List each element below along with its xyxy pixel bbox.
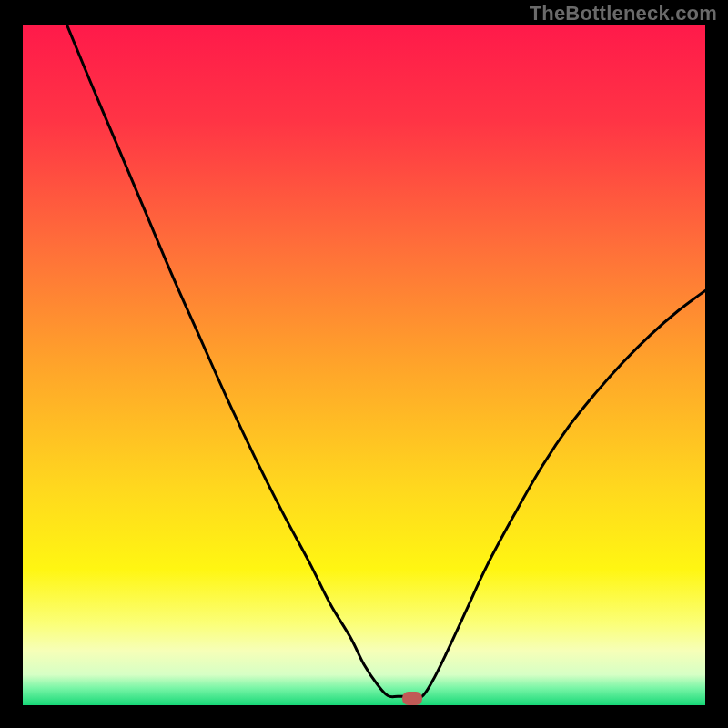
optimal-point-marker — [402, 692, 422, 705]
attribution-text: TheBottleneck.com — [530, 2, 717, 25]
bottleneck-chart — [23, 25, 705, 705]
plot-area — [23, 25, 705, 705]
chart-frame: TheBottleneck.com — [0, 0, 728, 728]
gradient-background — [23, 25, 705, 705]
